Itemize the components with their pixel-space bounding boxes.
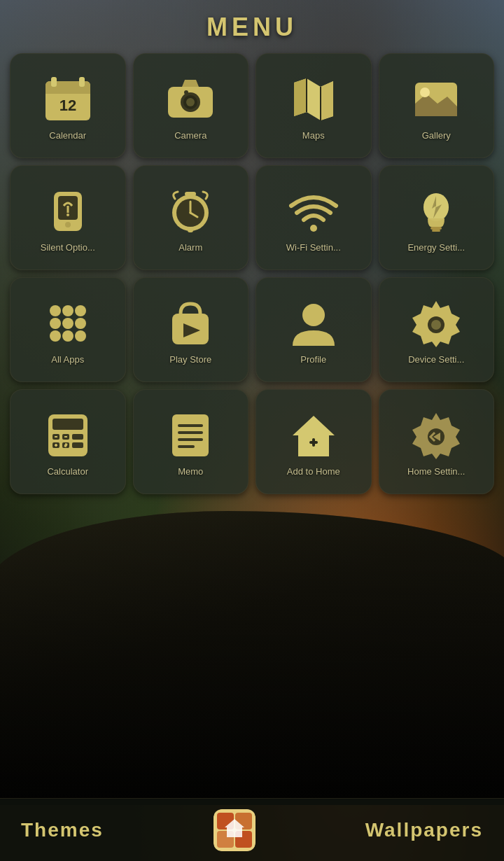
svg-rect-57 [172, 414, 209, 456]
homesettings-label: Home Settin... [407, 466, 465, 477]
gallery-icon [411, 74, 461, 125]
calendar-label: Calendar [49, 130, 86, 141]
svg-rect-58 [178, 424, 203, 427]
app-tile-calculator[interactable]: Calculator [10, 389, 126, 494]
svg-rect-61 [178, 445, 195, 448]
gallery-label: Gallery [422, 130, 451, 141]
svg-rect-26 [430, 227, 442, 230]
calculator-label: Calculator [47, 466, 88, 477]
app-grid: 12 Calendar Camera [10, 53, 494, 494]
svg-rect-59 [178, 431, 203, 434]
svg-point-30 [62, 305, 74, 316]
svg-point-17 [65, 222, 71, 227]
svg-rect-43 [52, 419, 83, 430]
alarm-label: Alarm [178, 242, 202, 253]
allapps-icon [43, 298, 93, 349]
app-tile-allapps[interactable]: All Apps [10, 277, 126, 382]
wallpapers-button[interactable]: Wallpapers [365, 819, 483, 841]
addtohome-label: Add to Home [287, 466, 340, 477]
svg-point-34 [75, 318, 86, 329]
app-tile-camera[interactable]: Camera [133, 53, 249, 158]
camera-label: Camera [174, 130, 206, 141]
svg-point-14 [420, 88, 430, 97]
app-tile-alarm[interactable]: Alarm [133, 165, 249, 270]
svg-point-10 [184, 90, 188, 94]
calculator-icon [43, 410, 93, 461]
svg-rect-3 [51, 77, 57, 87]
app-tile-wifi[interactable]: Wi-Fi Settin... [255, 165, 372, 270]
svg-point-36 [62, 330, 74, 342]
bottom-bar: Themes Wallpapers [0, 798, 504, 861]
maps-icon [288, 74, 339, 125]
app-tile-addtohome[interactable]: Add to Home [255, 389, 372, 494]
svg-point-9 [186, 98, 195, 106]
svg-rect-60 [178, 438, 203, 441]
maps-label: Maps [302, 130, 325, 141]
silent-icon [43, 186, 93, 237]
themes-button[interactable]: Themes [21, 819, 104, 841]
app-tile-profile[interactable]: Profile [255, 277, 372, 382]
wifi-label: Wi-Fi Settin... [286, 242, 341, 253]
app-tile-playstore[interactable]: Play Store [133, 277, 249, 382]
svg-rect-23 [185, 192, 196, 196]
energy-icon [411, 186, 461, 237]
svg-point-28 [424, 193, 449, 221]
svg-text:12: 12 [59, 97, 76, 114]
app-tile-silent[interactable]: Silent Optio... [10, 165, 126, 270]
homesettings-icon [411, 410, 461, 461]
profile-icon [288, 298, 339, 349]
svg-point-41 [431, 320, 441, 330]
svg-rect-46 [72, 434, 83, 440]
energy-label: Energy Setti... [407, 242, 465, 253]
devicesettings-label: Device Setti... [408, 354, 464, 365]
svg-point-39 [302, 304, 325, 326]
svg-rect-49 [72, 442, 83, 448]
app-tile-energy[interactable]: Energy Setti... [379, 165, 495, 270]
app-tile-devicesettings[interactable]: Device Setti... [379, 277, 495, 382]
memo-icon [165, 410, 216, 461]
svg-point-32 [50, 318, 61, 329]
app-tile-maps[interactable]: Maps [255, 53, 372, 158]
svg-point-19 [66, 214, 69, 216]
svg-point-29 [50, 305, 61, 316]
calendar-icon: 12 [43, 74, 93, 125]
menu-title: MENU [206, 13, 298, 42]
allapps-label: All Apps [51, 354, 84, 365]
devicesettings-icon [411, 298, 461, 349]
wifi-icon [288, 186, 339, 237]
svg-point-33 [62, 318, 74, 329]
addtohome-icon [288, 410, 339, 461]
app-tile-homesettings[interactable]: Home Settin... [379, 389, 495, 494]
svg-rect-2 [46, 88, 90, 94]
svg-rect-27 [432, 230, 440, 232]
memo-label: Memo [178, 466, 203, 477]
svg-rect-22 [188, 228, 193, 232]
app-tile-calendar[interactable]: 12 Calendar [10, 53, 126, 158]
alarm-icon [165, 186, 216, 237]
svg-rect-4 [79, 77, 85, 87]
profile-label: Profile [300, 354, 326, 365]
app-tile-memo[interactable]: Memo [133, 389, 249, 494]
svg-point-35 [50, 330, 61, 342]
svg-rect-63 [312, 438, 315, 447]
svg-point-37 [75, 330, 86, 342]
svg-point-31 [75, 305, 86, 316]
playstore-icon [165, 298, 216, 349]
app-tile-gallery[interactable]: Gallery [379, 53, 495, 158]
camera-icon [165, 74, 216, 125]
silent-label: Silent Optio... [41, 242, 95, 253]
home-button[interactable] [214, 809, 255, 851]
svg-point-24 [310, 225, 317, 232]
playstore-label: Play Store [169, 354, 211, 365]
